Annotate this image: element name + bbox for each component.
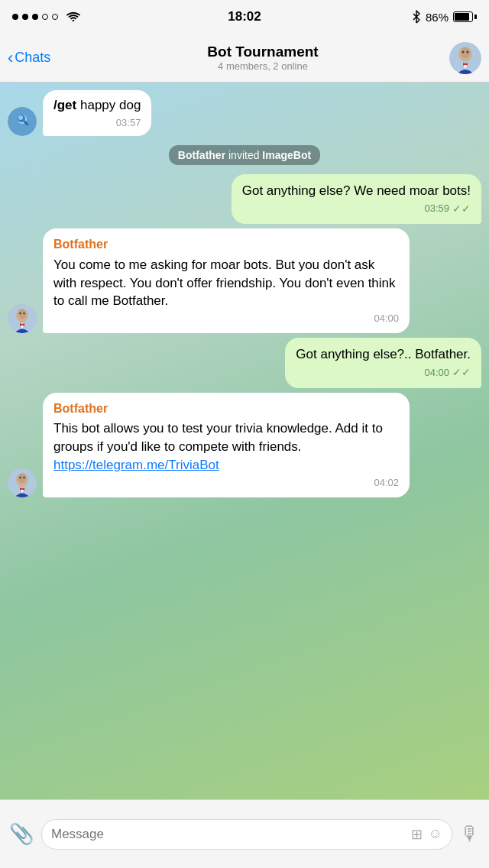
battery-indicator (453, 11, 477, 22)
message-bubble: Botfather You come to me asking for moar… (43, 228, 410, 333)
signal-dot-2 (22, 14, 28, 20)
message-bubble: Got anything else? We need moar bots! 03… (232, 174, 481, 224)
message-row: Botfather This bot allows you to test yo… (8, 393, 481, 497)
avatar-image (449, 42, 481, 74)
svg-point-9 (18, 115, 23, 120)
status-time: 18:02 (228, 9, 261, 24)
svg-point-22 (21, 488, 23, 490)
sender-avatar (8, 304, 37, 333)
message-input-wrap: ⊞ ☺ (41, 819, 452, 850)
input-icons: ⊞ ☺ (411, 826, 442, 843)
sender-avatar (8, 107, 37, 136)
svg-point-2 (461, 47, 470, 58)
back-chevron-icon: ‹ (8, 50, 13, 66)
message-meta: 04:00 ✓✓ (296, 365, 471, 381)
message-meta: 03:59 ✓✓ (242, 202, 471, 217)
message-time: 04:00 (374, 312, 399, 326)
system-bubble: Botfather invited ImageBot (169, 145, 320, 165)
svg-point-21 (23, 476, 25, 478)
message-text: This bot allows you to test your trivia … (53, 419, 399, 474)
svg-point-15 (23, 313, 25, 315)
nav-title-area: Bot Tournament 4 members, 2 online (76, 44, 449, 72)
read-receipt-icon: ✓✓ (452, 202, 471, 217)
svg-point-19 (18, 473, 27, 483)
message-meta: 04:02 (53, 476, 399, 490)
emoji-icon[interactable]: ☺ (429, 826, 442, 842)
sticker-icon[interactable]: ⊞ (411, 826, 423, 843)
avatar[interactable] (449, 42, 481, 74)
message-bubble: Got anything else?.. Botfather. 04:00 ✓✓ (285, 338, 481, 387)
message-text: Got anything else? We need moar bots! (242, 182, 471, 200)
signal-area (12, 11, 81, 23)
svg-point-13 (18, 309, 27, 319)
chat-background: /get happy dog 03:57 Botfather invited I… (0, 83, 489, 799)
chat-title: Bot Tournament (207, 44, 318, 60)
sender-name: Botfather (53, 236, 399, 253)
messages-list: /get happy dog 03:57 Botfather invited I… (0, 83, 489, 510)
message-time: 03:57 (116, 116, 141, 130)
svg-point-16 (21, 324, 23, 326)
signal-dot-4 (42, 14, 48, 20)
back-label: Chats (15, 50, 50, 66)
svg-point-5 (465, 63, 466, 64)
message-bubble: /get happy dog 03:57 (43, 90, 151, 136)
message-row: /get happy dog 03:57 (8, 90, 481, 136)
botfather-avatar-small (8, 468, 37, 497)
message-bubble: Botfather This bot allows you to test yo… (43, 393, 410, 497)
trivia-link[interactable]: https://telegram.me/TriviaBot (53, 458, 219, 472)
message-meta: 04:00 (53, 312, 399, 326)
back-button[interactable]: ‹ Chats (8, 50, 76, 66)
mic-button[interactable]: 🎙 (460, 822, 480, 846)
svg-point-14 (19, 313, 21, 315)
input-bar: 📎 ⊞ ☺ 🎙 (0, 799, 489, 868)
message-meta: 03:57 (53, 116, 141, 130)
sender-name: Botfather (53, 400, 399, 417)
botfather-avatar-small (8, 304, 37, 333)
command-text: /get (53, 98, 76, 112)
message-row: Botfather You come to me asking for moar… (8, 228, 481, 333)
battery-percent: 86% (426, 11, 449, 24)
message-time: 04:00 (424, 366, 449, 380)
message-text: /get happy dog (53, 96, 141, 115)
wifi-icon (66, 11, 81, 23)
signal-dot-3 (32, 14, 38, 20)
system-message-row: Botfather invited ImageBot (8, 145, 481, 165)
bluetooth-icon (412, 10, 421, 24)
svg-point-4 (467, 50, 469, 53)
svg-point-20 (19, 476, 21, 478)
system-text: Botfather invited ImageBot (178, 149, 311, 161)
botfather-avatar-small (8, 107, 37, 136)
message-text: You come to me asking for moar bots. But… (53, 256, 399, 310)
signal-dot-5 (52, 14, 58, 20)
message-time: 04:02 (374, 476, 399, 490)
message-input[interactable] (51, 827, 405, 842)
status-right: 86% (412, 10, 477, 24)
status-bar: 18:02 86% (0, 0, 489, 34)
read-receipt-icon: ✓✓ (452, 365, 471, 381)
message-row: Got anything else? We need moar bots! 03… (8, 174, 481, 224)
svg-point-3 (462, 50, 465, 53)
message-text: Got anything else?.. Botfather. (296, 345, 471, 364)
message-body: happy dog (80, 98, 141, 112)
chat-subtitle: 4 members, 2 online (218, 60, 308, 72)
sender-avatar (8, 468, 37, 497)
message-time: 03:59 (424, 202, 449, 215)
attach-button[interactable]: 📎 (9, 822, 34, 846)
signal-dot-1 (12, 14, 18, 20)
nav-bar: ‹ Chats Bot Tournament 4 members, 2 onli… (0, 34, 489, 83)
message-row: Got anything else?.. Botfather. 04:00 ✓✓ (8, 338, 481, 387)
